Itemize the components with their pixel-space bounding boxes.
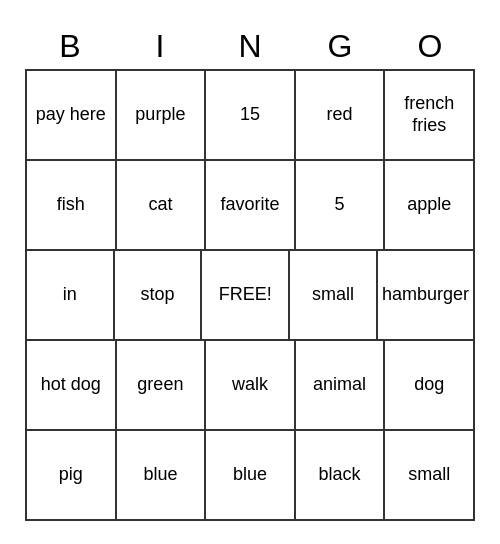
cell-2-1: stop	[115, 251, 203, 341]
cell-3-1: green	[117, 341, 207, 431]
cell-3-0: hot dog	[27, 341, 117, 431]
bingo-card: BINGO pay herepurple15redfrench friesfis…	[25, 24, 475, 521]
cell-4-1: blue	[117, 431, 207, 521]
cell-4-2: blue	[206, 431, 296, 521]
grid-row-2: instopFREE!smallhamburger	[27, 251, 475, 341]
grid-row-4: pigblueblueblacksmall	[27, 431, 475, 521]
cell-3-3: animal	[296, 341, 386, 431]
cell-4-0: pig	[27, 431, 117, 521]
cell-2-3: small	[290, 251, 378, 341]
cell-4-3: black	[296, 431, 386, 521]
cell-0-1: purple	[117, 71, 207, 161]
cell-1-4: apple	[385, 161, 475, 251]
grid-row-3: hot doggreenwalkanimaldog	[27, 341, 475, 431]
cell-1-0: fish	[27, 161, 117, 251]
cell-2-0: in	[27, 251, 115, 341]
header-letter-G: G	[295, 24, 385, 69]
grid-row-1: fishcatfavorite5apple	[27, 161, 475, 251]
grid-row-0: pay herepurple15redfrench fries	[27, 71, 475, 161]
cell-0-3: red	[296, 71, 386, 161]
cell-3-4: dog	[385, 341, 475, 431]
header-letter-N: N	[205, 24, 295, 69]
cell-1-3: 5	[296, 161, 386, 251]
cell-2-4: hamburger	[378, 251, 475, 341]
header-letter-I: I	[115, 24, 205, 69]
cell-0-4: french fries	[385, 71, 475, 161]
cell-0-2: 15	[206, 71, 296, 161]
cell-3-2: walk	[206, 341, 296, 431]
cell-0-0: pay here	[27, 71, 117, 161]
cell-4-4: small	[385, 431, 475, 521]
bingo-grid: pay herepurple15redfrench friesfishcatfa…	[25, 69, 475, 521]
header-letter-O: O	[385, 24, 475, 69]
header-letter-B: B	[25, 24, 115, 69]
cell-1-1: cat	[117, 161, 207, 251]
cell-2-2: FREE!	[202, 251, 290, 341]
cell-1-2: favorite	[206, 161, 296, 251]
bingo-header: BINGO	[25, 24, 475, 69]
